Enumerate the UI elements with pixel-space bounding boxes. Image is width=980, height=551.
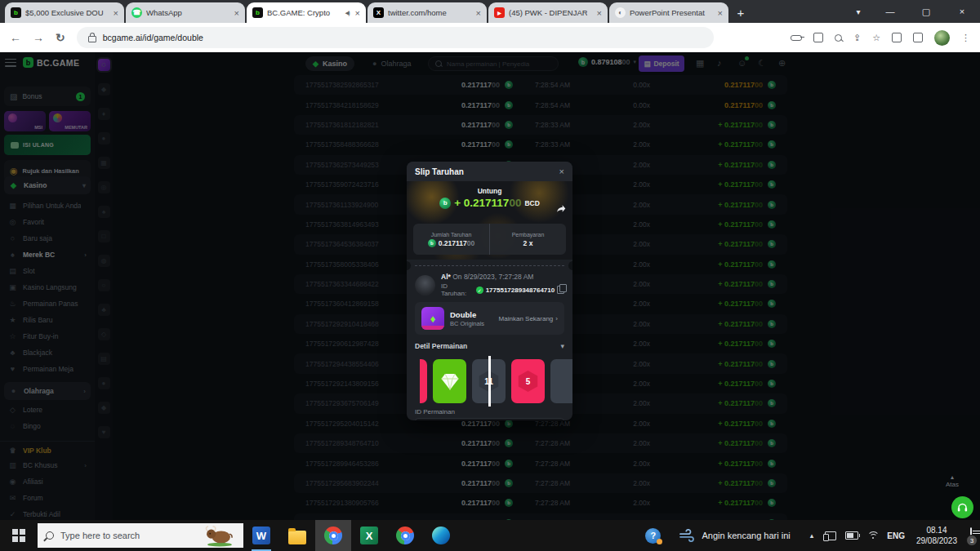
tab-search-chevron[interactable]: ▾ <box>844 0 872 23</box>
weather-label: Angin kencang hari ini <box>702 531 790 540</box>
windows-logo-icon <box>12 529 25 542</box>
window-minimize-button[interactable]: — <box>872 0 908 23</box>
bcd-coin-icon: b <box>428 239 436 247</box>
tab-close-icon[interactable]: × <box>233 8 239 18</box>
tab-close-icon[interactable]: × <box>474 8 481 18</box>
time: 08.14 <box>916 525 957 536</box>
window-maximize-button[interactable]: ▢ <box>908 0 944 23</box>
reload-button[interactable]: ↻ <box>56 31 65 44</box>
tab-close-icon[interactable]: × <box>354 8 360 18</box>
taskbar-chrome-active[interactable] <box>315 520 351 551</box>
taskbar-file-explorer[interactable] <box>279 520 315 551</box>
result-marker <box>488 356 491 407</box>
share-icon[interactable]: ⇪ <box>853 33 861 43</box>
notification-badge: 3 <box>966 535 978 546</box>
password-key-icon[interactable] <box>791 35 802 41</box>
tablet-mode-icon[interactable] <box>825 531 836 540</box>
extensions-icon[interactable] <box>892 33 902 42</box>
tab-favicon: ☎ <box>131 7 142 18</box>
browser-tab[interactable]: ◐ PowerPoint Presentat × <box>609 2 728 23</box>
lock-icon <box>88 36 96 42</box>
browser-toolbar: ← → ↻ bcgame.ai/id/game/double ⇪ ☆ ⋮ <box>0 23 980 52</box>
bcgame-page: b BC.GAME ▨ Bonus 1 MSI MEMUTAR <box>0 52 980 520</box>
bet-id-value: 1775517289348764710 <box>486 287 555 294</box>
forward-button[interactable]: → <box>33 31 44 44</box>
game-result-strip: 11 5 <box>407 356 572 407</box>
profit-banner: Untung b + 0.21711700 BCD Jumlah Taruhan… <box>407 181 572 260</box>
bet-stats-card: Jumlah Taruhan b 0.21711700 Pembayaran 2… <box>413 224 566 255</box>
action-center-button[interactable]: 3 <box>970 528 972 543</box>
taskbar-chrome[interactable] <box>387 520 423 551</box>
profile-avatar[interactable] <box>934 30 950 46</box>
start-button[interactable] <box>0 520 38 551</box>
play-now-link[interactable]: Mainkan Sekarang› <box>499 315 558 322</box>
tab-close-icon[interactable]: × <box>112 8 118 18</box>
game-id-label: ID Permainan <box>415 408 564 415</box>
live-support-button[interactable] <box>951 496 973 518</box>
back-to-top[interactable]: ▴ Atas <box>946 473 959 488</box>
taskbar-word[interactable]: W <box>243 520 279 551</box>
zoom-search-icon[interactable] <box>835 34 842 42</box>
profit-label: Untung <box>407 181 572 195</box>
side-panel-icon[interactable] <box>913 33 923 42</box>
tab-favicon: X <box>373 7 384 18</box>
share-icon[interactable] <box>555 202 566 217</box>
tab-title: PowerPoint Presentat <box>630 8 708 17</box>
windows-taskbar: Type here to search W X ? Angin kencan <box>0 520 980 551</box>
bookmark-star-icon[interactable]: ☆ <box>872 33 880 43</box>
wifi-icon[interactable] <box>867 531 878 540</box>
browser-menu-icon[interactable]: ⋮ <box>961 33 970 43</box>
tray-chevron-icon[interactable]: ▴ <box>810 531 814 540</box>
download-icon[interactable] <box>813 33 823 42</box>
new-tab-button[interactable]: + <box>730 2 751 23</box>
browser-tab[interactable]: b BC.GAME: Crypto ◀) × <box>247 2 366 23</box>
taskbar-weather-widget[interactable]: Angin kencang hari ini <box>679 529 790 542</box>
window-close-button[interactable]: × <box>944 0 980 23</box>
tab-title: $5,000 Exclusive DOU <box>25 8 104 17</box>
tab-close-icon[interactable]: × <box>716 8 723 18</box>
excel-icon: X <box>360 527 378 544</box>
browser-tab[interactable]: b $5,000 Exclusive DOU × <box>5 2 124 23</box>
taskbar-search-input[interactable]: Type here to search <box>38 523 243 548</box>
url-bar[interactable]: bcgame.ai/id/game/double <box>77 27 714 48</box>
game-card[interactable]: ♦ Double BC Originals Mainkan Sekarang› <box>415 302 564 335</box>
headset-icon <box>956 501 969 513</box>
language-indicator[interactable]: ENG <box>887 531 905 540</box>
tab-audio-icon: ◀) <box>345 10 349 16</box>
bettor-info: Al* On 8/29/2023, 7:27:28 AM ID Taruhan:… <box>415 273 564 297</box>
result-tile-dark <box>550 359 572 403</box>
browser-tab[interactable]: ☎ WhatsApp × <box>126 2 245 23</box>
result-tile-gem <box>433 359 466 403</box>
game-provider: BC Originals <box>450 320 484 327</box>
battery-icon[interactable] <box>845 531 858 540</box>
game-details-label: Detil Permainan <box>415 342 560 350</box>
tab-title: BC.GAME: Crypto <box>267 8 341 17</box>
profit-value: + 0.21711700 <box>454 197 521 209</box>
search-icon <box>46 531 54 540</box>
screen: b $5,000 Exclusive DOU × ☎ WhatsApp × b … <box>0 0 980 551</box>
result-tile-red <box>420 359 427 403</box>
ox-doodle <box>203 524 235 547</box>
date: 29/08/2023 <box>916 535 957 547</box>
browser-tab[interactable]: ▶ (45) PWK - DIPENJARA × <box>488 2 608 23</box>
back-button[interactable]: ← <box>10 31 21 44</box>
taskbar-clock[interactable]: 08.14 29/08/2023 <box>916 525 957 547</box>
modal-close-icon[interactable]: × <box>559 167 564 176</box>
help-icon[interactable]: ? <box>645 528 661 544</box>
result-tile-5: 5 <box>511 359 545 403</box>
taskbar-edge[interactable] <box>423 520 459 551</box>
copy-icon[interactable] <box>557 286 564 294</box>
game-details-toggle[interactable]: Detil Permainan ▾ <box>415 338 564 354</box>
back-to-top-label: Atas <box>946 481 959 488</box>
browser-tab[interactable]: X twitter.com/home × <box>368 2 487 23</box>
taskbar-excel[interactable]: X <box>351 520 387 551</box>
game-name: Double <box>450 310 484 319</box>
browser-tab-strip: b $5,000 Exclusive DOU × ☎ WhatsApp × b … <box>0 0 980 23</box>
word-icon: W <box>252 527 270 544</box>
tab-title: (45) PWK - DIPENJARA <box>509 8 587 17</box>
game-id-input[interactable]: 26355 <box>415 418 564 420</box>
verified-shield-icon: ✓ <box>476 287 483 294</box>
tab-favicon: ◐ <box>615 7 626 18</box>
tab-close-icon[interactable]: × <box>595 8 602 18</box>
bcd-coin-icon: b <box>439 198 451 209</box>
